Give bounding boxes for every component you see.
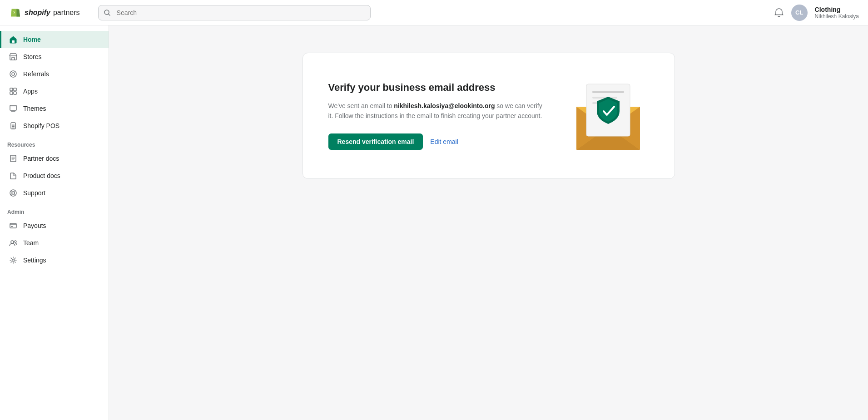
svg-point-4 <box>12 73 15 75</box>
sidebar: Home Stores Referrals <box>0 25 109 420</box>
svg-rect-30 <box>592 91 624 93</box>
layout: Home Stores Referrals <box>0 25 868 420</box>
logo-partners: partners <box>53 9 80 17</box>
resources-section-label: Resources <box>0 134 109 150</box>
user-info: Clothing Nikhilesh Kalosiya <box>815 6 859 20</box>
svg-point-3 <box>10 71 16 77</box>
verify-desc-prefix: We've sent an email to <box>328 102 394 109</box>
notifications-button[interactable] <box>774 8 784 18</box>
user-org: Clothing <box>815 6 841 13</box>
search-input[interactable] <box>98 5 371 20</box>
sidebar-label-support: Support <box>23 189 45 197</box>
sidebar-label-apps: Apps <box>23 88 38 95</box>
sidebar-label-home: Home <box>23 36 41 43</box>
svg-rect-20 <box>11 226 13 227</box>
sidebar-label-partner-docs: Partner docs <box>23 155 59 162</box>
sidebar-item-support[interactable]: Support <box>0 184 109 202</box>
svg-rect-14 <box>12 125 15 126</box>
sidebar-label-referrals: Referrals <box>23 70 49 78</box>
sidebar-item-home[interactable]: Home <box>0 31 109 48</box>
email-illustration <box>567 75 649 157</box>
svg-rect-5 <box>10 88 13 91</box>
user-name: Nikhilesh Kalosiya <box>815 13 859 20</box>
sidebar-label-shopify-pos: Shopify POS <box>23 122 60 129</box>
verify-content: Verify your business email address We've… <box>328 82 549 150</box>
settings-icon <box>9 256 18 265</box>
logo[interactable]: shopifypartners <box>9 6 80 19</box>
svg-rect-1 <box>12 40 15 43</box>
sidebar-item-shopify-pos[interactable]: Shopify POS <box>0 117 109 134</box>
avatar[interactable]: CL <box>791 5 808 21</box>
sidebar-label-stores: Stores <box>23 53 41 60</box>
svg-rect-7 <box>10 92 13 94</box>
svg-rect-9 <box>10 105 16 110</box>
main-content: Verify your business email address We've… <box>109 25 868 420</box>
svg-rect-15 <box>12 126 15 127</box>
verify-description: We've sent an email to nikhilesh.kalosiy… <box>328 101 549 121</box>
svg-point-21 <box>11 241 14 243</box>
sidebar-item-settings[interactable]: Settings <box>0 252 109 269</box>
sidebar-label-team: Team <box>23 239 39 247</box>
sidebar-item-partner-docs[interactable]: Partner docs <box>0 150 109 167</box>
svg-point-17 <box>10 190 16 196</box>
header: shopifypartners CL Clothing Nikhilesh Ka… <box>0 0 868 25</box>
svg-rect-19 <box>10 223 16 228</box>
verify-title: Verify your business email address <box>328 82 549 94</box>
svg-rect-6 <box>14 88 16 91</box>
sidebar-label-payouts: Payouts <box>23 222 46 229</box>
sidebar-item-themes[interactable]: Themes <box>0 100 109 117</box>
svg-point-23 <box>12 259 15 262</box>
header-right: CL Clothing Nikhilesh Kalosiya <box>774 5 859 21</box>
referrals-icon <box>9 69 18 79</box>
sidebar-item-team[interactable]: Team <box>0 234 109 252</box>
sidebar-item-referrals[interactable]: Referrals <box>0 65 109 83</box>
edit-email-link[interactable]: Edit email <box>430 138 458 145</box>
svg-rect-8 <box>14 92 16 94</box>
email-security-illustration <box>567 75 649 157</box>
verify-card: Verify your business email address We've… <box>303 53 675 179</box>
apps-icon <box>9 87 18 96</box>
stores-icon <box>9 52 18 61</box>
svg-rect-10 <box>10 107 16 107</box>
team-icon <box>9 238 18 247</box>
svg-point-22 <box>15 241 16 242</box>
partner-docs-icon <box>9 154 18 163</box>
sidebar-item-apps[interactable]: Apps <box>0 83 109 100</box>
home-icon <box>9 35 18 44</box>
sidebar-item-product-docs[interactable]: Product docs <box>0 167 109 184</box>
pos-icon <box>9 121 18 130</box>
search-icon <box>104 9 111 16</box>
verify-email: nikhilesh.kalosiya@elookinto.org <box>394 102 495 109</box>
shopify-bag-icon <box>9 6 22 19</box>
resend-verification-button[interactable]: Resend verification email <box>328 133 423 150</box>
admin-section-label: Admin <box>0 202 109 217</box>
svg-rect-12 <box>12 128 15 128</box>
sidebar-item-stores[interactable]: Stores <box>0 48 109 65</box>
payouts-icon <box>9 221 18 230</box>
sidebar-label-themes: Themes <box>23 105 46 112</box>
product-docs-icon <box>9 171 18 180</box>
verify-actions: Resend verification email Edit email <box>328 133 549 150</box>
svg-rect-13 <box>12 124 15 124</box>
themes-icon <box>9 104 18 113</box>
sidebar-label-settings: Settings <box>23 257 46 264</box>
sidebar-item-payouts[interactable]: Payouts <box>0 217 109 234</box>
support-icon <box>9 188 18 198</box>
sidebar-label-product-docs: Product docs <box>23 172 60 179</box>
logo-shopify: shopify <box>25 9 50 17</box>
search-bar <box>98 5 371 20</box>
